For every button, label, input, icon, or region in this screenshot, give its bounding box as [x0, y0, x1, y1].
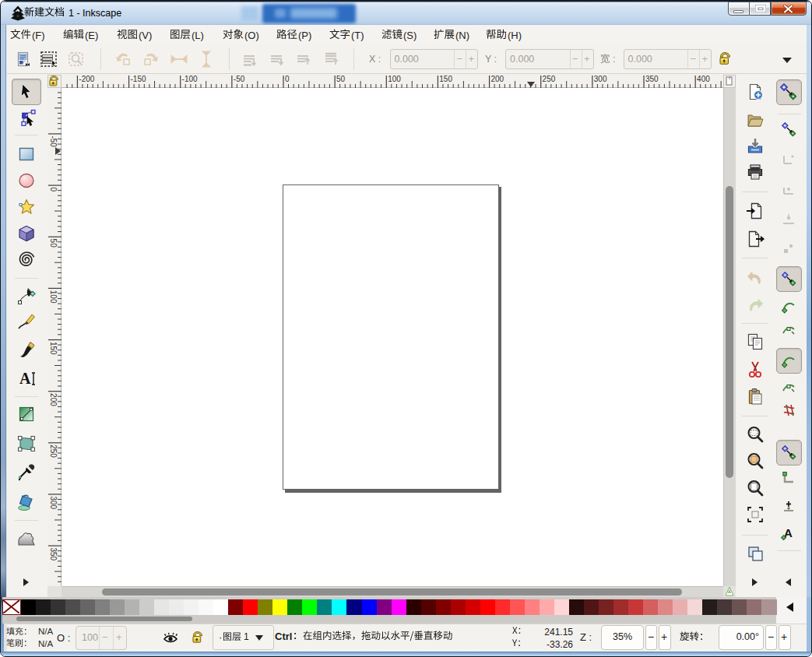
svg-text:0: 0	[49, 188, 58, 192]
svg-text:300: 300	[594, 75, 607, 83]
svg-text:400: 400	[697, 75, 710, 83]
svg-text:50: 50	[336, 75, 346, 83]
svg-text:A: A	[19, 370, 31, 387]
svg-text:200: 200	[49, 393, 58, 406]
svg-text:50: 50	[49, 239, 58, 248]
svg-text:200: 200	[491, 75, 504, 83]
svg-text:300: 300	[49, 496, 58, 509]
svg-text:-150: -150	[131, 75, 146, 83]
svg-text:350: 350	[645, 75, 659, 83]
svg-text:150: 150	[49, 342, 58, 355]
svg-text:150: 150	[439, 75, 452, 83]
svg-text:100: 100	[49, 290, 58, 304]
svg-text:350: 350	[49, 548, 58, 561]
svg-text:-200: -200	[79, 75, 94, 83]
svg-text:100: 100	[388, 75, 401, 83]
svg-text:250: 250	[543, 75, 556, 83]
svg-text:250: 250	[49, 444, 58, 458]
svg-text:-50: -50	[49, 135, 58, 147]
svg-text:0: 0	[285, 75, 290, 83]
svg-text:-50: -50	[234, 75, 245, 83]
svg-text:-100: -100	[182, 75, 198, 83]
